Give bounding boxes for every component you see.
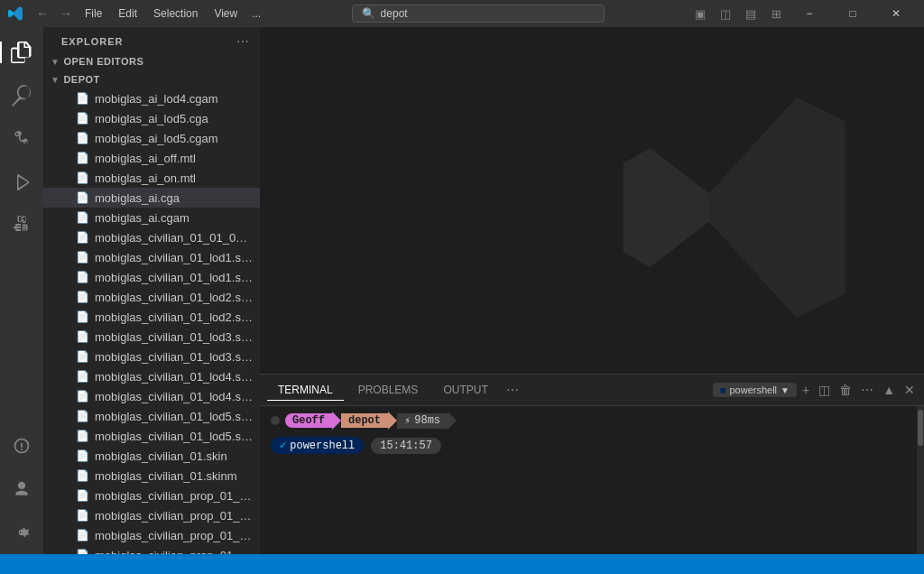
- sidebar-item-search[interactable]: [0, 74, 43, 117]
- list-item[interactable]: 📄 mobiglas_ai.cga: [43, 188, 260, 208]
- terminal-content[interactable]: Geoff depot ⚡ 98ms ✓ p: [260, 406, 924, 554]
- depot-label: DEPOT: [63, 74, 99, 85]
- prompt-time: ⚡ 98ms: [397, 413, 448, 429]
- search-input[interactable]: [381, 7, 561, 20]
- file-icon: 📄: [76, 350, 89, 363]
- vscode-logo-icon: [7, 5, 23, 22]
- sidebar-item-extensions[interactable]: [0, 204, 43, 247]
- terminal-tabs: TERMINAL PROBLEMS OUTPUT ⋯ ■ powershell …: [260, 375, 924, 406]
- restore-button[interactable]: □: [832, 0, 873, 27]
- menu-more[interactable]: ...: [246, 5, 266, 22]
- split-terminal-button[interactable]: ◫: [817, 381, 832, 399]
- menu-view[interactable]: View: [207, 5, 245, 22]
- shell-label: powershell: [729, 384, 777, 395]
- nav-back-button[interactable]: ←: [32, 5, 52, 23]
- sidebar-more-button[interactable]: ⋯: [236, 34, 249, 49]
- menu-selection[interactable]: Selection: [146, 5, 205, 22]
- prompt-dir-arrow-icon: [388, 412, 397, 430]
- list-item[interactable]: 📄 mobiglas_ai_lod4.cgam: [43, 88, 260, 108]
- status-bar: [0, 554, 924, 574]
- menu-edit[interactable]: Edit: [111, 5, 144, 22]
- editor-area: [260, 27, 924, 374]
- file-icon: 📄: [76, 410, 89, 422]
- layout-btn-2[interactable]: ◫: [715, 5, 736, 23]
- terminal-panel: TERMINAL PROBLEMS OUTPUT ⋯ ■ powershell …: [260, 374, 924, 554]
- file-icon: 📄: [76, 191, 89, 204]
- new-terminal-button[interactable]: +: [800, 381, 811, 399]
- sidebar-item-source-control[interactable]: [0, 117, 43, 161]
- close-button[interactable]: ✕: [875, 0, 917, 27]
- menu-file[interactable]: File: [78, 5, 109, 22]
- list-item[interactable]: 📄 mobiglas_civilian_prop_01_lod2.cgfm: [43, 545, 260, 554]
- list-item[interactable]: 📄 mobiglas_civilian_01_lod4.skinm: [43, 386, 260, 406]
- list-item[interactable]: 📄 mobiglas_civilian_01_lod3.skin: [43, 327, 260, 347]
- sidebar-item-settings[interactable]: [0, 511, 43, 554]
- list-item[interactable]: 📄 mobiglas_ai_lod5.cga: [43, 108, 260, 128]
- list-item[interactable]: 📄 mobiglas_civilian_01.skinm: [43, 466, 260, 486]
- file-name: mobiglas_civilian_prop_01_lod2.cgf: [95, 529, 253, 542]
- file-name: mobiglas_civilian_prop_01_lod1.cgf: [95, 489, 253, 503]
- activity-bar: [0, 27, 43, 554]
- layout-btn-3[interactable]: ▤: [740, 5, 762, 23]
- tab-output[interactable]: OUTPUT: [432, 380, 498, 401]
- list-item[interactable]: 📄 mobiglas_civilian_01_lod1.skinm: [43, 267, 260, 287]
- tab-terminal[interactable]: TERMINAL: [267, 380, 344, 401]
- layout-btn-1[interactable]: ▣: [689, 5, 711, 23]
- file-name: mobiglas_civilian_01_lod3.skinm: [95, 350, 253, 364]
- list-item[interactable]: 📄 mobiglas_civilian_01_lod5.skinm: [43, 426, 260, 446]
- maximize-terminal-button[interactable]: ▲: [881, 381, 897, 399]
- file-name: mobiglas_civilian_01_lod4.skinm: [95, 390, 253, 403]
- list-item[interactable]: 📄 mobiglas_civilian_prop_01_lod1.cgfm: [43, 505, 260, 525]
- ps-status-line: ✓ powershell 15:41:57: [271, 437, 913, 454]
- list-item[interactable]: 📄 mobiglas_civilian_prop_01_lod1.cgf: [43, 486, 260, 505]
- ps-icon: ✓: [280, 439, 286, 452]
- layout-buttons: ▣ ◫ ▤ ⊞: [689, 5, 787, 23]
- sidebar-item-accounts[interactable]: [0, 468, 43, 511]
- nav-forward-button[interactable]: →: [56, 5, 76, 23]
- file-name: mobiglas_civilian_01_lod2.skin: [95, 291, 253, 304]
- file-icon: 📄: [76, 430, 89, 442]
- list-item[interactable]: 📄 mobiglas_ai.cgam: [43, 208, 260, 227]
- terminal-scrollbar-thumb: [918, 410, 923, 446]
- prompt-time-arrow-icon: [448, 412, 457, 430]
- trash-button[interactable]: 🗑: [837, 381, 854, 399]
- vscode-watermark: [599, 72, 870, 343]
- list-item[interactable]: 📄 mobiglas_civilian_01_lod5.skin: [43, 406, 260, 426]
- list-item[interactable]: 📄 mobiglas_civilian_01_01_01.mtl: [43, 227, 260, 247]
- shell-selector[interactable]: ■ powershell ▼: [713, 383, 797, 397]
- list-item[interactable]: 📄 mobiglas_civilian_01_lod2.skin: [43, 287, 260, 307]
- open-editors-label: OPEN EDITORS: [63, 56, 143, 67]
- file-icon: 📄: [76, 390, 89, 403]
- search-bar[interactable]: 🔍: [352, 5, 605, 23]
- window-controls: ▣ ◫ ▤ ⊞ − □ ✕: [689, 0, 917, 27]
- prompt-circle-icon: [271, 416, 280, 425]
- file-icon: 📄: [76, 132, 89, 144]
- open-editors-header[interactable]: ▼ OPEN EDITORS: [43, 54, 260, 69]
- list-item[interactable]: 📄 mobiglas_civilian_prop_01_lod2.cgf: [43, 525, 260, 545]
- list-item[interactable]: 📄 mobiglas_civilian_01_lod4.skin: [43, 366, 260, 386]
- file-name: mobiglas_ai_lod4.cgam: [95, 92, 218, 106]
- file-name: mobiglas_ai_on.mtl: [95, 171, 196, 185]
- list-item[interactable]: 📄 mobiglas_ai_on.mtl: [43, 168, 260, 188]
- list-item[interactable]: 📄 mobiglas_ai_lod5.cgam: [43, 128, 260, 148]
- list-item[interactable]: 📄 mobiglas_ai_off.mtl: [43, 148, 260, 168]
- sidebar-item-remote[interactable]: [0, 424, 43, 468]
- list-item[interactable]: 📄 mobiglas_civilian_01_lod1.skin: [43, 247, 260, 267]
- terminal-scrollbar[interactable]: [917, 406, 924, 554]
- sidebar-item-run[interactable]: [0, 161, 43, 204]
- prompt-line: Geoff depot ⚡ 98ms: [271, 412, 913, 430]
- list-item[interactable]: 📄 mobiglas_civilian_01.skin: [43, 446, 260, 466]
- close-terminal-button[interactable]: ✕: [902, 381, 917, 399]
- file-icon: 📄: [76, 370, 89, 383]
- terminal-tab-more[interactable]: ⋯: [503, 381, 522, 399]
- list-item[interactable]: 📄 mobiglas_civilian_01_lod2.skinm: [43, 307, 260, 327]
- tab-problems[interactable]: PROBLEMS: [347, 380, 430, 401]
- depot-header[interactable]: ▼ DEPOT: [43, 72, 260, 87]
- terminal-more-button[interactable]: ⋯: [859, 381, 875, 399]
- file-name: mobiglas_ai.cgam: [95, 211, 189, 225]
- layout-btn-4[interactable]: ⊞: [765, 5, 787, 23]
- list-item[interactable]: 📄 mobiglas_civilian_01_lod3.skinm: [43, 347, 260, 366]
- titlebar: ← → File Edit Selection View ... 🔍 ▣ ◫ ▤…: [0, 0, 924, 27]
- minimize-button[interactable]: −: [789, 0, 830, 27]
- sidebar-item-explorer[interactable]: [0, 31, 43, 74]
